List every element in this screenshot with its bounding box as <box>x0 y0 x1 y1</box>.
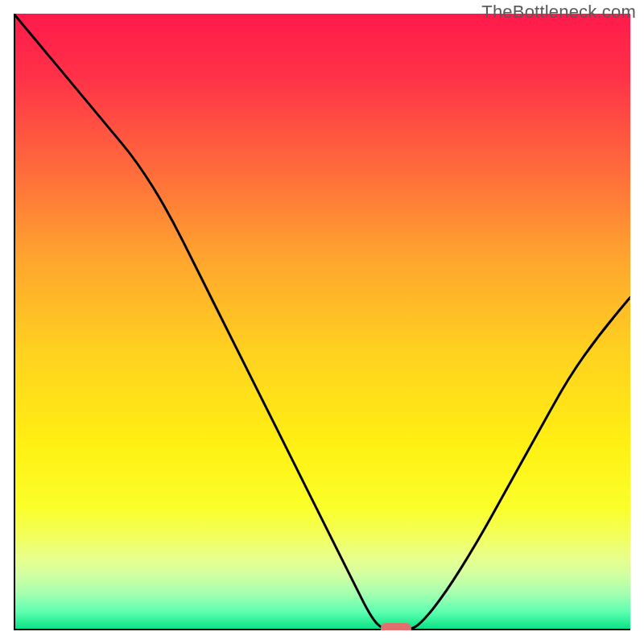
watermark-text: TheBottleneck.com <box>481 2 636 23</box>
chart-background <box>14 14 630 630</box>
bottleneck-chart <box>14 14 630 630</box>
optimal-marker <box>381 623 411 630</box>
chart-svg <box>14 14 630 630</box>
